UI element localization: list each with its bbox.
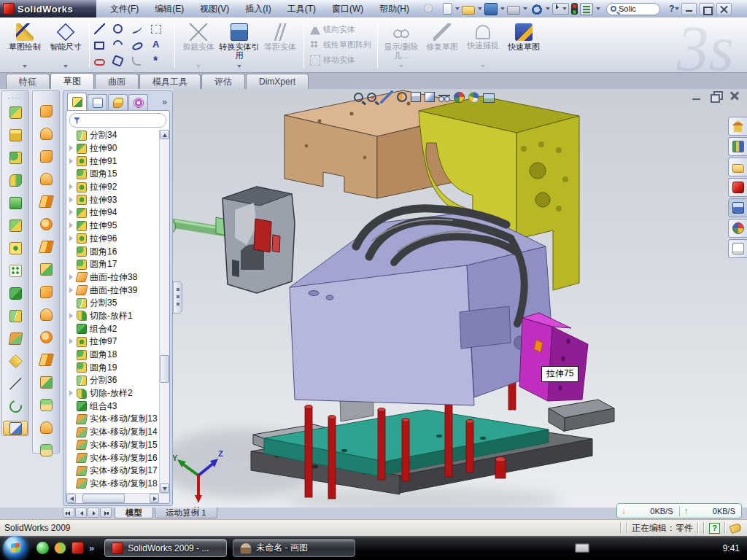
solidworks-search-tab[interactable] (728, 178, 747, 197)
move-entities-button[interactable]: 移动实体 (310, 54, 371, 67)
small-red-cylinder[interactable] (495, 457, 506, 479)
tree-item[interactable]: 圆角19 (69, 361, 169, 374)
planar-surface-icon[interactable] (34, 236, 58, 258)
view-orientation-icon[interactable] (411, 92, 421, 102)
text-tool-icon[interactable] (151, 37, 170, 53)
reference-axis-icon[interactable] (3, 373, 28, 395)
smart-dimension-button[interactable]: 智能尺寸 (45, 20, 86, 70)
featuremanager-tab[interactable] (67, 93, 87, 110)
expand-arrow-icon[interactable] (69, 209, 76, 216)
new-document-icon[interactable] (443, 3, 452, 15)
tree-item[interactable]: 拉伸94 (69, 206, 169, 219)
previous-frame-button[interactable] (75, 508, 87, 518)
apply-scene-icon[interactable] (468, 92, 479, 103)
surface-thicken-icon[interactable] (34, 394, 58, 416)
expand-arrow-icon[interactable] (69, 184, 76, 190)
previous-view-icon[interactable] (380, 90, 393, 104)
extruded-cut-icon[interactable] (3, 124, 28, 147)
appearances-scenes-tab[interactable] (728, 219, 747, 238)
search-box[interactable]: Solic (606, 3, 660, 15)
open-icon[interactable] (462, 6, 475, 15)
tree-item[interactable]: 拉伸93 (69, 193, 169, 206)
print-icon[interactable] (507, 6, 520, 15)
view-settings-icon[interactable] (483, 92, 495, 103)
polygon-tool-icon[interactable] (113, 53, 132, 69)
surface-delete-hole-icon[interactable] (34, 326, 58, 349)
last-frame-button[interactable] (100, 508, 112, 518)
surface-boundary-icon[interactable] (34, 168, 58, 190)
offset-entities-button[interactable]: 等距实体 (260, 20, 301, 70)
surface-revolve-icon[interactable] (34, 122, 58, 145)
expand-arrow-icon[interactable] (69, 313, 76, 319)
messenger-quicklaunch-icon[interactable] (36, 542, 49, 554)
menu-item[interactable]: 插入(I) (237, 1, 279, 18)
menu-item[interactable]: 窗口(W) (324, 1, 371, 18)
surface-sweep-icon[interactable] (34, 100, 58, 122)
trim-entities-button[interactable]: 剪裁实体 (178, 20, 219, 70)
surface-fill-icon[interactable] (34, 213, 58, 236)
doc-restore-button[interactable] (710, 90, 722, 101)
scroll-left-button[interactable] (66, 494, 76, 503)
expand-arrow-icon[interactable] (69, 274, 76, 281)
tree-filter-input[interactable] (69, 113, 166, 128)
scroll-thumb[interactable] (160, 355, 169, 383)
antivirus-tray-icon[interactable] (600, 542, 611, 553)
options-icon[interactable] (580, 3, 593, 15)
rectangle-tool-icon[interactable] (94, 37, 113, 53)
linear-pattern-icon[interactable] (3, 260, 28, 282)
box-select-tool-icon[interactable] (151, 21, 170, 37)
taskbar-paint[interactable]: 未命名 - 画图 (233, 539, 355, 557)
edit-appearance-icon[interactable] (454, 92, 465, 103)
custom-properties-tab[interactable] (728, 239, 747, 258)
expand-arrow-icon[interactable] (69, 390, 76, 397)
next-frame-button[interactable] (88, 508, 99, 518)
view-palette-tab[interactable] (728, 198, 747, 217)
split-icon[interactable] (3, 305, 28, 327)
tag-icon[interactable] (729, 522, 743, 533)
network-speed-widget[interactable]: ↓ 0KB/S ↑ 0KB/S (616, 503, 742, 518)
help-button[interactable]: ? (669, 4, 674, 14)
expand-arrow-icon[interactable] (69, 197, 76, 203)
security-shield-tray-icon[interactable] (615, 542, 626, 553)
scroll-thumb[interactable] (82, 494, 125, 503)
input-method-icon[interactable] (575, 543, 589, 553)
measure-tool-button[interactable] (3, 421, 28, 435)
surface-trim-icon[interactable] (34, 281, 58, 303)
panel-overflow-button[interactable]: » (162, 97, 170, 110)
quick-tips-icon[interactable] (709, 523, 720, 534)
menu-item[interactable]: 帮助(H) (371, 1, 417, 18)
volume-tray-icon[interactable] (644, 542, 655, 553)
combine-icon[interactable] (3, 282, 28, 305)
red-insert[interactable] (254, 219, 271, 252)
command-tab[interactable]: 草图 (50, 73, 94, 89)
tree-vertical-scrollbar[interactable] (159, 130, 169, 493)
surface-curve-icon[interactable] (34, 439, 58, 462)
tree-item[interactable]: 拉伸95 (69, 219, 169, 233)
expand-arrow-icon[interactable] (69, 287, 76, 294)
tree-item[interactable]: 曲面-拉伸39 (69, 284, 169, 297)
doc-minimize-button[interactable] (691, 90, 703, 101)
menu-item[interactable]: 编辑(E) (147, 1, 192, 18)
command-tab[interactable]: 评估 (201, 74, 245, 89)
solidworks-resources-tab[interactable] (728, 117, 747, 136)
convert-entities-button[interactable]: 转换实体引用 (219, 20, 260, 70)
save-icon[interactable] (484, 3, 498, 15)
tree-item[interactable]: 拉伸97 (69, 335, 169, 349)
expand-arrow-icon[interactable] (69, 338, 76, 345)
hide-show-items-icon[interactable] (438, 92, 450, 102)
rapid-sketch-button[interactable]: 快速草图 (503, 20, 544, 70)
expand-arrow-icon[interactable] (69, 158, 76, 165)
helix-curve-icon[interactable] (3, 395, 28, 418)
shell-icon[interactable] (3, 192, 28, 214)
update-tray-icon[interactable] (630, 542, 640, 553)
propertymanager-tab[interactable] (88, 94, 107, 110)
expand-arrow-icon[interactable] (69, 222, 76, 229)
command-tab[interactable]: 曲面 (95, 74, 139, 89)
menu-item[interactable]: 文件(F) (102, 1, 147, 18)
tree-item[interactable]: 组合42 (69, 322, 169, 335)
fillet-icon[interactable] (3, 147, 28, 169)
rebuild-icon[interactable] (571, 3, 578, 15)
quicklaunch-overflow-icon[interactable]: » (89, 542, 94, 554)
ellipse-tool-icon[interactable] (132, 37, 151, 53)
restore-button[interactable] (699, 3, 714, 15)
